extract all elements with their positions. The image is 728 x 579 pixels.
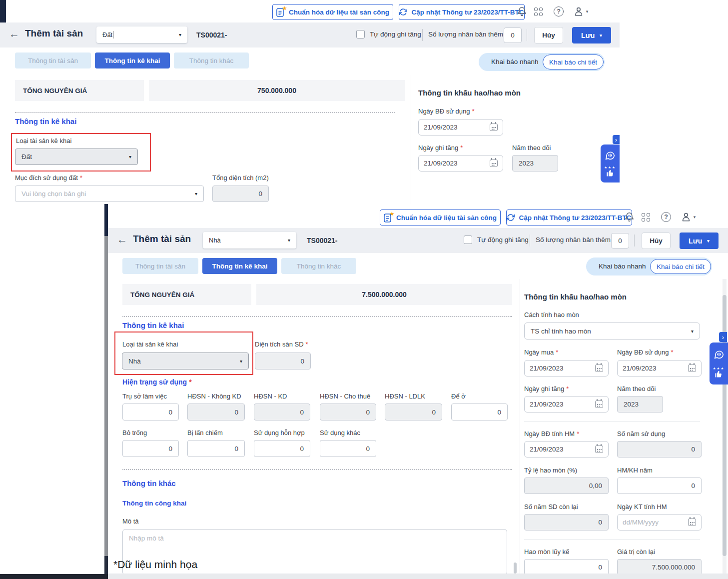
declared-type-select[interactable]: Nhà ▾: [122, 352, 249, 370]
cancel-button[interactable]: Hủy: [642, 232, 671, 249]
standardize-data-button[interactable]: ★ Chuẩn hóa dữ liệu tài sản công: [272, 4, 393, 20]
usage-label: Bỏ trống: [122, 429, 147, 436]
chat-bubble-icon: [605, 150, 616, 161]
scrollbar-thumb-horizontal[interactable]: [514, 562, 517, 574]
land-purpose-select[interactable]: Vui lòng chọn bản ghi ▾: [15, 186, 204, 202]
collapse-panel-chevron[interactable]: ›: [613, 135, 620, 144]
detail-declare-button[interactable]: Khai báo chi tiết: [650, 259, 711, 274]
usage-input-hdsn-kd: [254, 404, 310, 420]
caret-down-icon: ▾: [600, 33, 602, 38]
copies-input[interactable]: [504, 28, 522, 43]
support-chat-button[interactable]: [714, 349, 725, 360]
divider: [527, 29, 527, 41]
user-menu-button[interactable]: ▾: [570, 5, 591, 18]
usage-status-title: Hiện trạng sử dụng: [122, 378, 192, 386]
text-cursor: [113, 31, 113, 38]
tab-declaration-info[interactable]: Thông tin kê khai: [202, 258, 277, 274]
purchase-date-input[interactable]: 21/09/2023: [524, 360, 609, 376]
asset-type-select[interactable]: Nhà ▾: [203, 232, 296, 248]
chevron-down-icon: ▾: [694, 214, 696, 220]
wear-method-value: TS chỉ tính hao mòn: [531, 328, 591, 335]
auto-increase-checkbox[interactable]: [464, 236, 472, 244]
quick-declare-button[interactable]: Khai báo nhanh: [599, 262, 646, 270]
usage-input-office[interactable]: [122, 404, 179, 420]
save-label: Lưu: [581, 32, 595, 40]
thumbs-up-icon: [606, 169, 615, 177]
increase-date-label: Ngày ghi tăng: [524, 385, 569, 392]
window2-frame-scroll[interactable]: [104, 236, 108, 556]
dotted-separator: [122, 469, 512, 470]
apps-grid-icon: [534, 8, 543, 16]
cancel-button[interactable]: Hủy: [534, 27, 563, 44]
support-chat-button[interactable]: [605, 150, 616, 161]
back-button[interactable]: ←: [9, 28, 19, 40]
increase-date-input[interactable]: 21/09/2023: [524, 396, 609, 412]
collapse-panel-chevron[interactable]: ›: [719, 332, 727, 342]
usage-input-khac[interactable]: [320, 440, 376, 457]
remaining-years-label: Số năm SD còn lại: [524, 503, 578, 510]
copies-input[interactable]: [611, 233, 629, 248]
help-button[interactable]: ?: [553, 6, 564, 17]
hm-start-date-input[interactable]: 21/09/2023: [524, 441, 609, 458]
purchase-date-value: 21/09/2023: [530, 364, 564, 372]
total-cost-label-block: TỔNG NGUYÊN GIÁ: [122, 284, 251, 305]
usage-input-honhop[interactable]: [254, 440, 310, 457]
panel-divider: [520, 279, 520, 574]
divider: [634, 234, 635, 246]
asset-type-select[interactable]: Đất ▾: [96, 26, 187, 43]
residual-value-label: Giá trị còn lại: [617, 548, 655, 556]
thumbs-up-icon: [714, 370, 723, 378]
tab-other-info[interactable]: Thông tin khác: [281, 258, 356, 274]
depreciation-section-title: Thông tin khấu hao/hao mòn: [418, 88, 521, 97]
hm-end-date-input[interactable]: dd/MM/yyyy: [617, 514, 702, 530]
copies-label: Số lượng nhân bản thêm: [428, 30, 503, 38]
update-circular-button[interactable]: Cập nhật Thông tư 23/2023/TT-BTC: [506, 210, 632, 226]
document-star-icon: ★: [384, 213, 392, 222]
standardize-data-label: Chuẩn hóa dữ liệu tài sản công: [289, 8, 389, 16]
detail-declare-button[interactable]: Khai báo chi tiết: [543, 54, 604, 70]
declared-type-select[interactable]: Đất ▾: [15, 148, 138, 165]
save-button[interactable]: Lưu ▾: [680, 232, 719, 249]
tab-asset-info[interactable]: Thông tin tài sản: [15, 52, 91, 68]
usage-label: HĐSN - Không KD: [187, 392, 241, 400]
declared-type-label: Loại tài sản kê khai: [122, 340, 178, 348]
back-button[interactable]: ←: [117, 234, 127, 246]
save-button[interactable]: Lưu ▾: [572, 27, 611, 44]
usage-label: Để ở: [451, 392, 466, 400]
auto-increase-checkbox[interactable]: [356, 30, 365, 38]
usage-input-hdsn-khongkd: [187, 404, 245, 420]
usage-input-deo[interactable]: [451, 404, 508, 420]
usage-label: Trụ sở làm việc: [122, 392, 167, 400]
user-icon: [573, 6, 584, 17]
tab-asset-info[interactable]: Thông tin tài sản: [122, 258, 198, 274]
tab-declaration-info[interactable]: Thông tin kê khai: [95, 52, 170, 68]
apps-menu-button[interactable]: [533, 6, 544, 17]
total-cost-value-block: 750.000.000: [149, 80, 405, 101]
floor-area-input: [255, 352, 311, 370]
separator: [524, 421, 700, 422]
usage-input-botrong[interactable]: [122, 440, 179, 457]
apps-menu-button[interactable]: [640, 212, 651, 222]
divider: [530, 234, 530, 246]
start-use-date-input[interactable]: 21/09/2023: [617, 360, 702, 376]
update-circular-button[interactable]: Cập nhật Thông tư 23/2023/TT-BTC: [399, 4, 525, 20]
notifications-button[interactable]: [623, 211, 635, 223]
accumulated-wear-label: Hao mòn lũy kế: [524, 548, 569, 556]
tracking-year-label: Năm theo dõi: [512, 144, 551, 152]
feedback-button[interactable]: ★★★: [604, 166, 616, 177]
declared-type-label: Loại tài sản kê khai: [16, 137, 71, 144]
help-button[interactable]: ?: [661, 212, 672, 222]
feedback-button[interactable]: ★★★: [713, 367, 725, 378]
standardize-data-button[interactable]: ★ Chuẩn hóa dữ liệu tài sản công: [380, 210, 501, 226]
quick-declare-button[interactable]: Khai báo nhanh: [491, 58, 539, 66]
start-use-date-input[interactable]: 21/09/2023: [418, 119, 503, 136]
user-menu-button[interactable]: ▾: [678, 210, 699, 224]
increase-date-input[interactable]: 21/09/2023: [418, 155, 503, 172]
usage-input-bilanchiem[interactable]: [187, 440, 245, 457]
notifications-button[interactable]: [516, 6, 528, 18]
hm-kh-year-input[interactable]: [617, 478, 702, 494]
tab-other-info[interactable]: Thông tin khác: [174, 52, 249, 68]
wear-method-select[interactable]: TS chỉ tính hao mòn ▾: [524, 322, 700, 340]
caret-down-icon: ▾: [240, 358, 242, 364]
dotted-separator: [122, 316, 512, 317]
